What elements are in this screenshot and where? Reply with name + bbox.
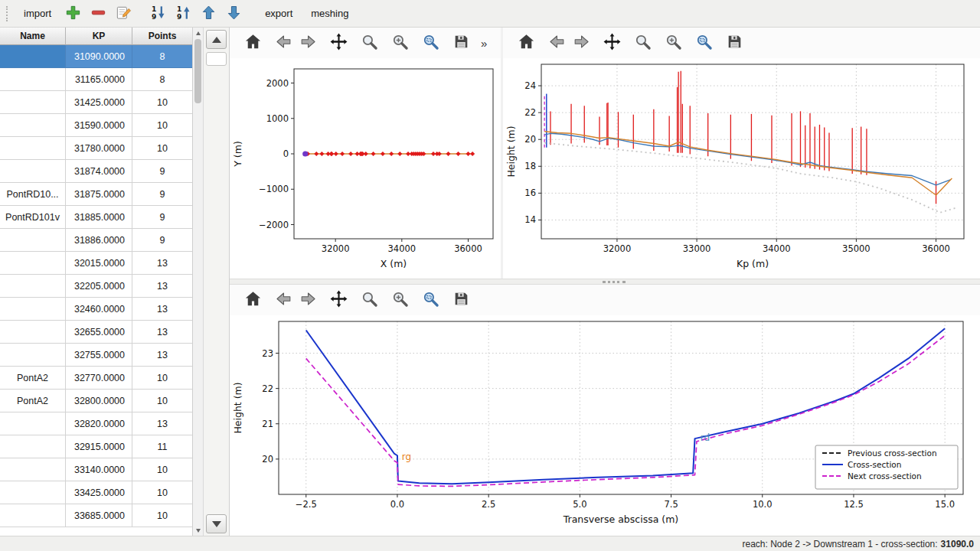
table-row[interactable]: 32755.000013 bbox=[0, 344, 192, 367]
cell-name[interactable] bbox=[0, 344, 66, 367]
cell-kp[interactable]: 31875.0000 bbox=[66, 183, 132, 206]
cell-name[interactable] bbox=[0, 252, 66, 275]
table-row[interactable]: PontRD10...31875.00009 bbox=[0, 183, 192, 206]
move-up-button[interactable] bbox=[198, 3, 219, 24]
table-row[interactable]: PontA232770.000010 bbox=[0, 367, 192, 390]
sort-desc-button[interactable]: 19 bbox=[148, 3, 168, 24]
menu-meshing[interactable]: meshing bbox=[304, 5, 355, 22]
cell-kp[interactable]: 31780.0000 bbox=[66, 137, 132, 160]
save-button[interactable] bbox=[449, 31, 473, 55]
cell-name[interactable] bbox=[0, 298, 66, 321]
column-header-kp[interactable]: KP bbox=[66, 28, 132, 45]
table-row[interactable]: 31090.00008 bbox=[0, 45, 192, 68]
zoom-select-button[interactable] bbox=[661, 31, 685, 55]
cell-points[interactable]: 13 bbox=[132, 321, 193, 344]
cell-points[interactable]: 10 bbox=[132, 458, 193, 481]
table-row[interactable]: 33425.000010 bbox=[0, 481, 192, 504]
zoom-button[interactable] bbox=[357, 31, 381, 55]
pager-thumb[interactable] bbox=[206, 52, 227, 66]
cell-kp[interactable]: 32770.0000 bbox=[66, 367, 132, 390]
sort-asc-button[interactable]: 19 bbox=[173, 3, 194, 24]
cell-points[interactable]: 8 bbox=[132, 45, 193, 68]
cell-points[interactable]: 10 bbox=[132, 390, 193, 412]
cell-name[interactable] bbox=[0, 114, 66, 137]
table-row[interactable]: 31780.000010 bbox=[0, 137, 192, 160]
cell-kp[interactable]: 32655.0000 bbox=[66, 321, 132, 344]
back-button[interactable] bbox=[271, 31, 296, 55]
splitter-grip[interactable] bbox=[603, 281, 626, 283]
cell-kp[interactable]: 31090.0000 bbox=[66, 45, 132, 68]
forward-button[interactable] bbox=[296, 31, 320, 55]
cell-points[interactable]: 10 bbox=[132, 91, 193, 114]
cell-kp[interactable]: 32460.0000 bbox=[66, 298, 132, 321]
home-button[interactable] bbox=[240, 31, 265, 55]
cell-kp[interactable]: 32205.0000 bbox=[66, 275, 132, 298]
table-row[interactable]: 32015.000013 bbox=[0, 252, 192, 275]
table-row[interactable]: 31425.000010 bbox=[0, 91, 192, 114]
profile-chart[interactable]: 3200033000340003500036000141618202224Kp … bbox=[503, 58, 976, 279]
table-row[interactable]: 31165.00008 bbox=[0, 68, 192, 91]
table-row[interactable]: PontRD101v31885.00009 bbox=[0, 206, 192, 229]
cell-points[interactable]: 10 bbox=[132, 367, 193, 390]
page-down-button[interactable] bbox=[206, 514, 227, 533]
section-chart[interactable]: −2.50.02.55.07.510.012.515.020212223Tran… bbox=[230, 315, 977, 533]
cell-name[interactable] bbox=[0, 412, 66, 435]
cell-points[interactable]: 9 bbox=[132, 206, 193, 229]
cell-points[interactable]: 13 bbox=[132, 344, 193, 367]
cell-name[interactable] bbox=[0, 458, 66, 481]
forward-button[interactable] bbox=[569, 31, 593, 55]
add-button[interactable] bbox=[63, 3, 83, 24]
cell-kp[interactable]: 31425.0000 bbox=[66, 91, 132, 114]
cell-name[interactable]: PontA2 bbox=[0, 390, 66, 412]
column-header-name[interactable]: Name bbox=[0, 28, 66, 45]
zoom-region-button[interactable] bbox=[418, 288, 443, 312]
cell-kp[interactable]: 33425.0000 bbox=[66, 481, 132, 504]
home-button[interactable] bbox=[514, 31, 538, 55]
cell-kp[interactable]: 31885.0000 bbox=[66, 206, 132, 229]
table-scrollbar[interactable] bbox=[193, 28, 204, 536]
cell-points[interactable]: 10 bbox=[132, 114, 193, 137]
pan-button[interactable] bbox=[326, 31, 351, 55]
cell-name[interactable]: PontRD10... bbox=[0, 183, 66, 206]
cell-points[interactable]: 8 bbox=[132, 68, 193, 91]
cell-name[interactable] bbox=[0, 504, 66, 527]
cell-name[interactable] bbox=[0, 275, 66, 298]
cell-kp[interactable]: 31165.0000 bbox=[66, 68, 132, 91]
cell-points[interactable]: 9 bbox=[132, 183, 193, 206]
back-button[interactable] bbox=[544, 31, 569, 55]
scrollbar-up-arrow[interactable] bbox=[193, 28, 203, 37]
remove-button[interactable] bbox=[88, 3, 109, 24]
cell-kp[interactable]: 33140.0000 bbox=[66, 458, 132, 481]
cell-kp[interactable]: 32800.0000 bbox=[66, 390, 132, 412]
plan-chart[interactable]: 320003400036000−2000−1000010002000X (m)Y… bbox=[230, 58, 501, 279]
toolbar-overflow-chevron[interactable]: » bbox=[481, 37, 487, 50]
cell-points[interactable]: 13 bbox=[132, 412, 193, 435]
cell-name[interactable] bbox=[0, 229, 66, 252]
table-row[interactable]: 31886.00009 bbox=[0, 229, 192, 252]
cell-points[interactable]: 13 bbox=[132, 275, 193, 298]
toolbar-grip[interactable] bbox=[6, 6, 11, 21]
edit-button[interactable] bbox=[113, 3, 134, 24]
cell-points[interactable]: 10 bbox=[132, 481, 193, 504]
cell-kp[interactable]: 31886.0000 bbox=[66, 229, 132, 252]
move-down-button[interactable] bbox=[224, 3, 244, 24]
cell-name[interactable] bbox=[0, 91, 66, 114]
cell-kp[interactable]: 32820.0000 bbox=[66, 412, 132, 435]
cell-kp[interactable]: 31874.0000 bbox=[66, 160, 132, 183]
column-header-points[interactable]: Points bbox=[132, 28, 193, 45]
cell-points[interactable]: 13 bbox=[132, 298, 193, 321]
scrollbar-down-arrow[interactable] bbox=[193, 526, 203, 535]
zoom-select-button[interactable] bbox=[387, 31, 412, 55]
cell-kp[interactable]: 32755.0000 bbox=[66, 344, 132, 367]
cell-points[interactable]: 9 bbox=[132, 160, 193, 183]
table-row[interactable]: 33685.000010 bbox=[0, 504, 192, 527]
cell-name[interactable] bbox=[0, 45, 66, 68]
cell-kp[interactable]: 31590.0000 bbox=[66, 114, 132, 137]
cell-points[interactable]: 11 bbox=[132, 435, 193, 458]
table-row[interactable]: 32655.000013 bbox=[0, 321, 192, 344]
cell-name[interactable]: PontA2 bbox=[0, 367, 66, 390]
forward-button[interactable] bbox=[296, 288, 320, 312]
zoom-select-button[interactable] bbox=[387, 288, 412, 312]
cell-name[interactable]: PontRD101v bbox=[0, 206, 66, 229]
zoom-region-button[interactable] bbox=[418, 31, 443, 55]
